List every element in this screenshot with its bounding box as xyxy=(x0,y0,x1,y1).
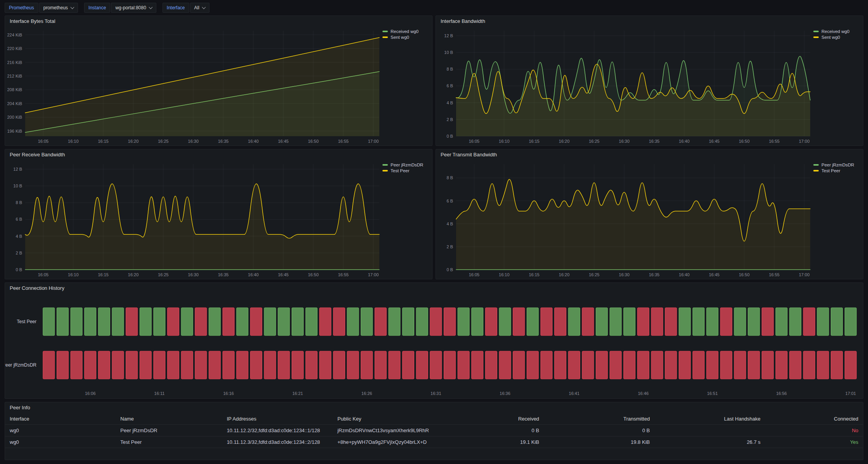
status-bar[interactable] xyxy=(181,308,193,336)
status-bar[interactable] xyxy=(610,308,621,336)
status-bar[interactable] xyxy=(209,351,221,379)
status-bar[interactable] xyxy=(845,351,856,379)
panel-title-peer-info[interactable]: Peer Info xyxy=(5,402,863,413)
status-bar[interactable] xyxy=(375,308,386,336)
status-bar[interactable] xyxy=(541,308,552,336)
status-bar[interactable] xyxy=(306,351,317,379)
status-bar[interactable] xyxy=(458,308,469,336)
status-bar[interactable] xyxy=(168,308,179,336)
var-select-instance[interactable]: wg-portal:8080 xyxy=(111,3,156,13)
status-bar[interactable] xyxy=(444,308,456,336)
status-bar[interactable] xyxy=(347,351,359,379)
status-bar[interactable] xyxy=(527,308,538,336)
status-bar[interactable] xyxy=(485,351,497,379)
column-header-connected[interactable]: Connected xyxy=(765,413,863,424)
status-bar[interactable] xyxy=(748,351,760,379)
status-bar[interactable] xyxy=(845,308,856,336)
status-bar[interactable] xyxy=(679,308,690,336)
status-bar[interactable] xyxy=(734,351,746,379)
status-bar[interactable] xyxy=(762,308,773,336)
legend-item[interactable]: Test Peer xyxy=(813,168,840,173)
status-bar[interactable] xyxy=(251,308,262,336)
status-bar[interactable] xyxy=(720,351,732,379)
legend-item[interactable]: Received wg0 xyxy=(813,29,849,34)
status-bar[interactable] xyxy=(568,308,580,336)
status-bar[interactable] xyxy=(693,351,704,379)
status-bar[interactable] xyxy=(251,351,262,379)
status-bar[interactable] xyxy=(817,351,829,379)
status-bar[interactable] xyxy=(223,351,234,379)
status-bar[interactable] xyxy=(693,308,704,336)
status-bar[interactable] xyxy=(126,308,138,336)
panel-title-peer-transmit-bandwidth[interactable]: Peer Transmit Bandwidth xyxy=(436,149,863,160)
panel-title-peer-connection-history[interactable]: Peer Connection History xyxy=(5,283,863,294)
status-bar[interactable] xyxy=(527,351,538,379)
status-bar[interactable] xyxy=(292,308,303,336)
status-bar[interactable] xyxy=(195,308,207,336)
peer-receive-bandwidth-chart[interactable]: 16:0516:1016:1516:2016:2516:3016:3516:40… xyxy=(5,160,382,279)
status-bar[interactable] xyxy=(707,308,718,336)
column-header-last-handshake[interactable]: Last Handshake xyxy=(654,413,765,424)
status-bar[interactable] xyxy=(71,351,82,379)
status-bar[interactable] xyxy=(140,351,151,379)
status-bar[interactable] xyxy=(416,351,428,379)
status-bar[interactable] xyxy=(624,308,635,336)
status-bar[interactable] xyxy=(43,351,55,379)
status-bar[interactable] xyxy=(347,308,359,336)
status-bar[interactable] xyxy=(831,351,843,379)
status-bar[interactable] xyxy=(734,308,746,336)
status-bar[interactable] xyxy=(168,351,179,379)
peer-connection-history-chart[interactable]: 16:0616:1116:1616:2116:2616:3116:3616:41… xyxy=(5,294,863,398)
status-bar[interactable] xyxy=(568,351,580,379)
status-bar[interactable] xyxy=(154,351,165,379)
status-bar[interactable] xyxy=(762,351,773,379)
status-bar[interactable] xyxy=(720,308,732,336)
status-bar[interactable] xyxy=(71,308,82,336)
status-bar[interactable] xyxy=(803,351,815,379)
column-header-transmitted[interactable]: Transmitted xyxy=(544,413,654,424)
status-bar[interactable] xyxy=(112,351,124,379)
column-header-interface[interactable]: Interface xyxy=(5,413,116,424)
panel-title-peer-receive-bandwidth[interactable]: Peer Receive Bandwidth xyxy=(5,149,432,160)
status-bar[interactable] xyxy=(85,308,96,336)
status-bar[interactable] xyxy=(430,351,442,379)
status-bar[interactable] xyxy=(223,308,234,336)
status-bar[interactable] xyxy=(790,308,801,336)
status-bar[interactable] xyxy=(154,308,165,336)
status-bar[interactable] xyxy=(403,308,414,336)
status-bar[interactable] xyxy=(596,308,608,336)
status-bar[interactable] xyxy=(57,351,68,379)
status-bar[interactable] xyxy=(181,351,193,379)
status-bar[interactable] xyxy=(472,351,483,379)
status-bar[interactable] xyxy=(98,308,110,336)
status-bar[interactable] xyxy=(333,308,345,336)
status-bar[interactable] xyxy=(361,351,373,379)
column-header-public-key[interactable]: Public Key xyxy=(333,413,435,424)
status-bar[interactable] xyxy=(389,308,400,336)
status-bar[interactable] xyxy=(237,351,248,379)
status-bar[interactable] xyxy=(665,308,677,336)
status-bar[interactable] xyxy=(57,308,68,336)
status-bar[interactable] xyxy=(638,351,649,379)
status-bar[interactable] xyxy=(638,308,649,336)
status-bar[interactable] xyxy=(140,308,151,336)
status-bar[interactable] xyxy=(776,308,787,336)
status-bar[interactable] xyxy=(679,351,690,379)
interface-bytes-total-chart[interactable]: 16:0516:1016:1516:2016:2516:3016:3516:40… xyxy=(5,27,382,145)
status-bar[interactable] xyxy=(85,351,96,379)
status-bar[interactable] xyxy=(651,351,663,379)
status-bar[interactable] xyxy=(555,351,566,379)
status-bar[interactable] xyxy=(665,351,677,379)
status-bar[interactable] xyxy=(264,351,276,379)
status-bar[interactable] xyxy=(430,308,442,336)
status-bar[interactable] xyxy=(98,351,110,379)
column-header-ip-addresses[interactable]: IP Addresses xyxy=(222,413,333,424)
status-bar[interactable] xyxy=(375,351,386,379)
status-bar[interactable] xyxy=(320,308,331,336)
status-bar[interactable] xyxy=(195,351,207,379)
status-bar[interactable] xyxy=(596,351,608,379)
status-bar[interactable] xyxy=(541,351,552,379)
status-bar[interactable] xyxy=(748,308,760,336)
status-bar[interactable] xyxy=(582,351,594,379)
status-bar[interactable] xyxy=(292,351,303,379)
